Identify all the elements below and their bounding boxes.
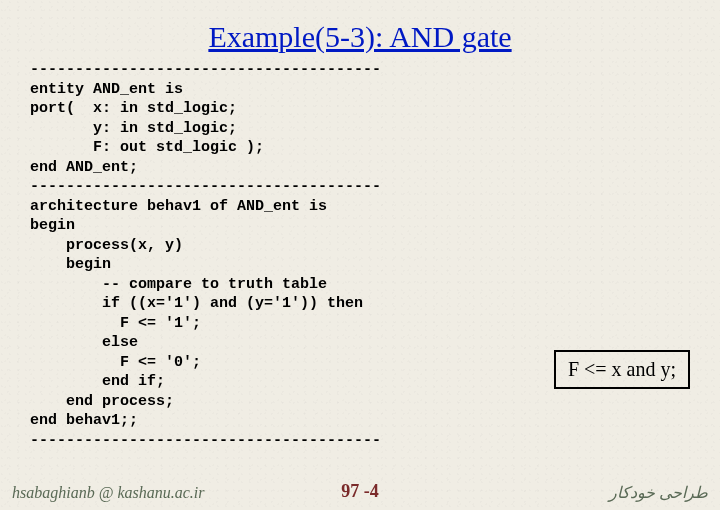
equivalent-statement-box: F <= x and y; (554, 350, 690, 389)
footer-right-text: طراحی خودکار (609, 483, 708, 502)
vhdl-code-block: --------------------------------------- … (30, 60, 381, 450)
slide-title: Example(5-3): AND gate (0, 20, 720, 54)
